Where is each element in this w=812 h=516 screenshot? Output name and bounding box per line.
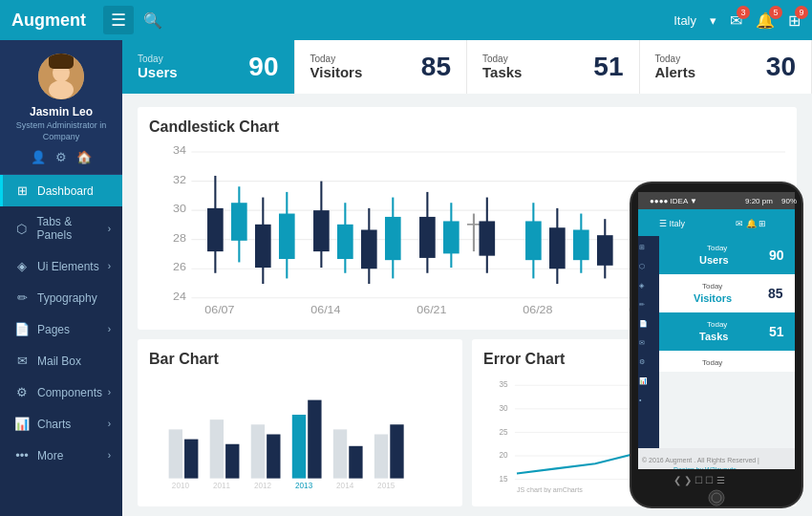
- chevron-icon: ▾: [710, 13, 716, 28]
- svg-point-136: [709, 490, 724, 505]
- search-icon[interactable]: 🔍: [143, 11, 162, 30]
- svg-rect-79: [308, 400, 321, 479]
- stat-card-alerts: Today Alerts 30: [640, 40, 813, 94]
- svg-rect-47: [597, 235, 613, 266]
- bar-chart-svg: 2010 2011 2012 2013 2014 2015: [149, 376, 451, 493]
- brand-logo: Augment: [11, 11, 86, 31]
- svg-text:32: 32: [173, 175, 186, 185]
- svg-rect-3: [49, 54, 74, 69]
- svg-text:20: 20: [500, 451, 509, 460]
- profile-section: Jasmin Leo System Administrator in Compa…: [0, 40, 122, 175]
- svg-rect-77: [267, 435, 280, 479]
- svg-text:2015: 2015: [377, 482, 395, 490]
- settings-profile-icon[interactable]: ⚙: [55, 150, 67, 164]
- sidebar-nav: ⊞ Dashboard ⬡ Tabs & Panels › ◈ Ui Eleme…: [0, 175, 122, 516]
- bell-nav-item[interactable]: 🔔 5: [756, 11, 775, 30]
- svg-text:30: 30: [500, 404, 509, 413]
- svg-rect-43: [549, 227, 566, 269]
- top-nav: Augment ☰ 🔍 Italy ▾ ✉ 3 🔔 5 ⊞ 9: [0, 0, 812, 40]
- user-profile-icon[interactable]: 👤: [31, 150, 46, 164]
- svg-rect-83: [390, 424, 403, 478]
- menu-toggle-icon[interactable]: ☰: [103, 6, 134, 34]
- sidebar-icon: ⬡: [14, 222, 29, 236]
- sidebar-label: Ui Elements: [37, 260, 99, 273]
- svg-text:✉ 🔔 ⊞: ✉ 🔔 ⊞: [736, 218, 766, 229]
- svg-text:2012: 2012: [254, 482, 272, 490]
- svg-text:85: 85: [768, 286, 783, 301]
- svg-rect-23: [279, 214, 295, 260]
- svg-text:2010: 2010: [172, 482, 190, 490]
- svg-rect-27: [337, 225, 353, 259]
- region-label[interactable]: Italy: [673, 13, 696, 28]
- svg-text:15: 15: [500, 475, 509, 484]
- svg-rect-29: [361, 230, 377, 269]
- svg-text:⊞: ⊞: [639, 244, 645, 250]
- svg-text:✉: ✉: [639, 339, 645, 346]
- sidebar-item-more[interactable]: ••• More ›: [0, 440, 122, 471]
- stat-label: Visitors: [310, 64, 363, 80]
- sidebar-icon: ✏: [14, 290, 30, 305]
- svg-text:90%: 90%: [781, 197, 797, 205]
- svg-rect-17: [207, 208, 224, 251]
- svg-point-2: [49, 80, 74, 99]
- svg-text:JS chart by amCharts: JS chart by amCharts: [517, 486, 583, 493]
- svg-text:24: 24: [173, 291, 186, 302]
- mail-nav-item[interactable]: ✉ 3: [730, 11, 742, 30]
- svg-text:Users: Users: [699, 254, 729, 266]
- stat-value: 90: [248, 52, 278, 82]
- sidebar-label: Dashboard: [37, 184, 94, 198]
- sidebar-item-tabs-&-panels[interactable]: ⬡ Tabs & Panels ›: [0, 206, 122, 250]
- svg-text:9:20 pm: 9:20 pm: [745, 197, 773, 205]
- grid-nav-item[interactable]: ⊞ 9: [788, 11, 801, 30]
- svg-text:06/07: 06/07: [204, 305, 234, 315]
- bar-chart-card: Bar Chart 2010 2011 2012 2013 2014 2015: [138, 339, 462, 506]
- svg-text:Today: Today: [707, 244, 727, 252]
- home-profile-icon[interactable]: 🏠: [76, 150, 92, 164]
- chevron-right-icon: ›: [108, 450, 111, 461]
- stat-label: Tasks: [482, 64, 522, 80]
- svg-text:2013: 2013: [295, 482, 313, 490]
- svg-rect-41: [525, 221, 542, 260]
- svg-text:35: 35: [500, 380, 509, 389]
- stat-card-visitors: Today Visitors 85: [295, 40, 468, 94]
- svg-rect-80: [333, 429, 347, 478]
- profile-icons: 👤 ⚙ 🏠: [10, 150, 113, 164]
- svg-rect-21: [255, 225, 271, 268]
- svg-rect-73: [184, 440, 198, 479]
- svg-text:25: 25: [500, 428, 509, 437]
- bar-chart-title: Bar Chart: [149, 351, 451, 368]
- svg-text:34: 34: [173, 145, 186, 156]
- sidebar-item-ui-elements[interactable]: ◈ Ui Elements ›: [0, 250, 122, 282]
- sidebar-label: Typography: [37, 291, 97, 305]
- svg-rect-75: [225, 444, 239, 479]
- sidebar-item-components[interactable]: ⚙ Components ›: [0, 376, 122, 408]
- sidebar-item-mail-box[interactable]: ✉ Mail Box: [0, 345, 122, 376]
- sidebar-item-typography[interactable]: ✏ Typography: [0, 282, 122, 313]
- svg-text:30: 30: [173, 204, 186, 214]
- svg-rect-74: [210, 419, 224, 479]
- sidebar-icon: 📄: [14, 322, 30, 336]
- sidebar-label: Pages: [37, 323, 70, 336]
- sidebar-label: Components: [37, 386, 102, 399]
- svg-text:2011: 2011: [213, 482, 231, 490]
- sidebar-item-pages[interactable]: 📄 Pages ›: [0, 313, 122, 345]
- chevron-right-icon: ›: [108, 387, 111, 398]
- svg-text:Visitors: Visitors: [694, 292, 732, 304]
- chevron-right-icon: ›: [108, 324, 111, 334]
- sidebar-item-charts[interactable]: 📊 Charts ›: [0, 408, 122, 440]
- avatar: [38, 54, 84, 99]
- sidebar: Jasmin Leo System Administrator in Compa…: [0, 40, 122, 516]
- chevron-right-icon: ›: [108, 419, 111, 429]
- svg-rect-31: [385, 217, 401, 260]
- candlestick-title: Candlestick Chart: [149, 118, 785, 136]
- svg-text:51: 51: [769, 324, 784, 339]
- sidebar-icon: ⊞: [14, 183, 30, 198]
- stat-value: 85: [421, 52, 451, 82]
- stat-period: Today: [138, 54, 178, 64]
- svg-rect-78: [292, 415, 306, 479]
- grid-badge: 9: [795, 6, 808, 19]
- svg-rect-81: [349, 446, 362, 479]
- svg-text:❮  ❯  ☐  ☐  ☰: ❮ ❯ ☐ ☐ ☰: [673, 475, 725, 486]
- stat-period: Today: [482, 54, 522, 64]
- sidebar-item-dashboard[interactable]: ⊞ Dashboard: [0, 175, 122, 206]
